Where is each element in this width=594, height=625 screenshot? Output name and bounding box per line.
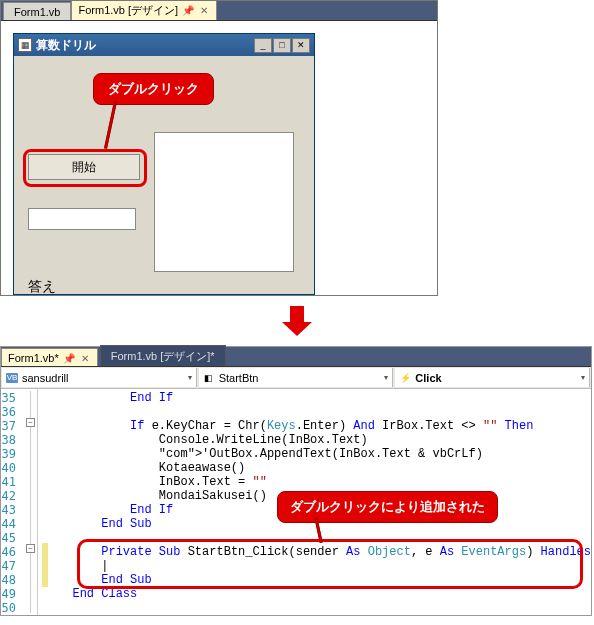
title-buttons: _ □ ✕: [254, 38, 310, 53]
arrow-down-icon: [282, 306, 312, 336]
code-area[interactable]: 35 36 37 38 39 40 41 42 43 44 45 46 47 4…: [1, 389, 591, 615]
close-icon[interactable]: ✕: [292, 38, 310, 53]
bolt-icon: ⚡: [399, 373, 411, 383]
input-textbox[interactable]: [28, 208, 136, 230]
designer-tab-strip: Form1.vb Form1.vb [デザイン] 📌 ✕: [1, 1, 437, 21]
tab-form1-code[interactable]: Form1.vb: [3, 2, 71, 20]
control-icon: ◧: [203, 373, 215, 383]
vb-icon: VB: [6, 373, 18, 383]
chevron-down-icon: ▾: [188, 373, 192, 382]
fold-gutter: − −: [20, 389, 38, 615]
tab-form1-design-inactive[interactable]: Form1.vb [デザイン]*: [100, 345, 226, 366]
dropdown-label: sansudrill: [22, 372, 68, 384]
output-textbox[interactable]: [154, 132, 294, 272]
minimize-icon[interactable]: _: [254, 38, 272, 53]
dropdown-label: Click: [415, 372, 441, 384]
line-number-gutter: 35 36 37 38 39 40 41 42 43 44 45 46 47 4…: [1, 389, 20, 615]
tab-label: Form1.vb [デザイン]: [78, 3, 178, 18]
highlight-ring: [23, 149, 147, 187]
class-dropdown[interactable]: VB sansudrill ▾: [2, 368, 197, 387]
dropdown-label: StartBtn: [219, 372, 259, 384]
form-titlebar: ▦ 算数ドリル _ □ ✕: [14, 34, 314, 56]
fold-minus-icon[interactable]: −: [26, 544, 35, 553]
code-editor-panel: Form1.vb* 📌 ✕ Form1.vb [デザイン]* VB sansud…: [0, 346, 592, 616]
callout-added: ダブルクリックにより追加された: [277, 491, 498, 523]
close-icon[interactable]: ✕: [198, 5, 210, 16]
member-dropdown[interactable]: ◧ StartBtn ▾: [199, 368, 394, 387]
fold-minus-icon[interactable]: −: [26, 418, 35, 427]
form-title: 算数ドリル: [36, 37, 250, 54]
form-icon: ▦: [18, 38, 32, 52]
callout-doubleclick: ダブルクリック: [93, 73, 214, 105]
designer-panel: Form1.vb Form1.vb [デザイン] 📌 ✕ ▦ 算数ドリル _ □…: [0, 0, 438, 296]
pin-icon[interactable]: 📌: [63, 353, 75, 364]
maximize-icon[interactable]: □: [273, 38, 291, 53]
code-tab-strip: Form1.vb* 📌 ✕ Form1.vb [デザイン]*: [1, 347, 591, 367]
dropdown-row: VB sansudrill ▾ ◧ StartBtn ▾ ⚡ Click ▾: [1, 367, 591, 389]
chevron-down-icon: ▾: [581, 373, 585, 382]
highlight-ring-code: [77, 539, 583, 589]
chevron-down-icon: ▾: [384, 373, 388, 382]
close-icon[interactable]: ✕: [79, 353, 91, 364]
tab-form1-code-active[interactable]: Form1.vb* 📌 ✕: [1, 348, 98, 366]
answer-label: 答え: [28, 278, 56, 296]
event-dropdown[interactable]: ⚡ Click ▾: [395, 368, 590, 387]
change-marker: [42, 543, 48, 587]
tab-label: Form1.vb*: [8, 352, 59, 364]
tab-form1-design[interactable]: Form1.vb [デザイン] 📌 ✕: [71, 0, 217, 20]
pin-icon[interactable]: 📌: [182, 5, 194, 16]
